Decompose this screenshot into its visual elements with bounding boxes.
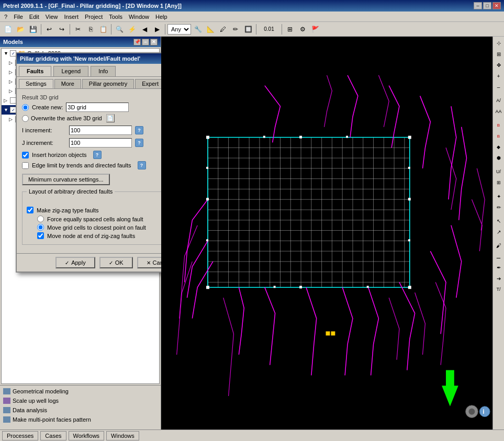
rt-b3[interactable]: ◆ [494, 142, 504, 152]
rt-paint[interactable]: 🖌 [494, 240, 504, 251]
tree-toggle[interactable]: ▷ [4, 98, 10, 103]
subtab-pillar-geometry[interactable]: Pillar geometry [82, 79, 134, 88]
overwrite-radio[interactable] [22, 115, 29, 122]
grid-name-input[interactable] [66, 103, 129, 112]
bottom-item-data-analysis[interactable]: Data analysis [1, 405, 160, 415]
menu-window[interactable]: Window [126, 13, 152, 21]
menu-edit[interactable]: Edit [26, 13, 42, 21]
rt-t2[interactable]: AA [494, 106, 504, 117]
rt-plus[interactable]: + [494, 71, 504, 81]
subtab-more[interactable]: More [54, 79, 81, 88]
toolbar-btn4[interactable]: ▶ [151, 24, 163, 35]
tab-workflows[interactable]: Workflows [69, 431, 105, 440]
tree-toggle[interactable]: ▷ [9, 88, 15, 94]
toolbar-copy[interactable]: ⎘ [85, 24, 96, 35]
menu-view[interactable]: View [42, 13, 61, 21]
rt-magic[interactable]: ✦ [494, 191, 504, 201]
rt-pencil[interactable]: ✏ [494, 202, 504, 212]
viewport[interactable]: i [161, 37, 492, 429]
i-increment-input[interactable] [69, 126, 132, 135]
toolbar-open[interactable]: 📂 [15, 24, 26, 35]
rt-b2[interactable]: B [494, 131, 504, 141]
tree-toggle[interactable]: ▷ [9, 117, 15, 122]
toolbar-save[interactable]: 💾 [27, 24, 39, 35]
min-curvature-button[interactable]: Minimum curvature settings... [22, 174, 110, 185]
rt-t1[interactable]: A/ [494, 95, 504, 106]
rt-pen[interactable]: ✒ [494, 262, 504, 273]
toolbar-mode1[interactable]: 🔧 [192, 24, 204, 35]
tab-faults[interactable]: Faults [19, 66, 51, 76]
toolbar-paste[interactable]: 📋 [97, 24, 109, 35]
maximize-button[interactable]: □ [483, 2, 491, 9]
panel-close-button[interactable]: ✕ [150, 39, 158, 46]
tab-legend[interactable]: Legend [53, 66, 88, 76]
toolbar-btn1[interactable]: 🔍 [114, 24, 125, 35]
create-new-radio[interactable] [22, 104, 29, 111]
toolbar-mode5[interactable]: 🔲 [242, 24, 254, 35]
apply-button[interactable]: ✓ Apply [55, 257, 95, 268]
rt-cursor[interactable]: ↖ [494, 216, 504, 226]
toolbar-flag[interactable]: 🚩 [309, 24, 321, 35]
tab-info[interactable]: Info [91, 66, 116, 76]
rt-arrow[interactable]: ➔ [494, 273, 504, 284]
toolbar-btn3[interactable]: ◀ [139, 24, 150, 35]
tab-processes[interactable]: Processes [2, 431, 38, 440]
zig-zag-checkbox[interactable] [27, 207, 33, 213]
subtab-settings[interactable]: Settings [19, 79, 53, 88]
panel-pin-button[interactable]: 📌 [133, 39, 141, 46]
toolbar-mode4[interactable]: ✏ [230, 24, 241, 35]
insert-horizon-checkbox[interactable] [22, 152, 29, 159]
menu-help-icon[interactable]: ? [1, 13, 10, 21]
horizon-help-button[interactable]: ? [93, 151, 102, 159]
move-closest-radio[interactable] [37, 224, 44, 231]
j-increment-input[interactable] [69, 138, 132, 148]
mode-combo[interactable]: Any [167, 24, 191, 35]
edge-limit-checkbox[interactable] [22, 162, 29, 169]
toolbar-redo[interactable]: ↪ [56, 24, 68, 35]
force-equally-radio[interactable] [37, 216, 44, 222]
toolbar-settings[interactable]: ⚙ [297, 24, 308, 35]
rt-select[interactable]: ⊹ [494, 38, 504, 48]
tab-windows[interactable]: Windows [106, 431, 139, 440]
rt-zoom[interactable]: ⊞ [494, 49, 504, 59]
move-node-checkbox[interactable] [37, 232, 44, 239]
toolbar-undo[interactable]: ↩ [43, 24, 55, 35]
bottom-item-geometrical[interactable]: Geometrical modeling [1, 387, 160, 396]
tree-toggle[interactable]: ▷ [9, 60, 15, 65]
toolbar-new[interactable]: 📄 [2, 24, 14, 35]
file-browse-button[interactable]: 📄 [106, 114, 115, 122]
rt-grid[interactable]: ⊞ [494, 177, 504, 188]
bottom-item-scale-up[interactable]: Scale up well logs [1, 396, 160, 405]
rt-u1[interactable]: U/ [494, 166, 504, 177]
rt-edit[interactable]: ⚊ [494, 251, 504, 262]
rt-minus[interactable]: – [494, 82, 504, 92]
j-help-button[interactable]: ? [135, 139, 143, 147]
menu-project[interactable]: Project [82, 13, 106, 21]
toolbar-mode2[interactable]: 📐 [205, 24, 216, 35]
toolbar-grid[interactable]: ⊞ [284, 24, 296, 35]
panel-minimize-button[interactable]: – [142, 39, 149, 46]
edge-help-button[interactable]: ? [138, 161, 146, 169]
ok-button[interactable]: ✓ OK [99, 257, 133, 268]
toolbar-num[interactable]: 0.01 [259, 24, 279, 35]
rt-b1[interactable]: B [494, 120, 504, 130]
tab-cases[interactable]: Cases [40, 431, 66, 440]
rt-cursor2[interactable]: ↗ [494, 227, 504, 237]
toolbar-btn2[interactable]: ⚡ [126, 24, 138, 35]
i-help-button[interactable]: ? [135, 126, 143, 134]
rt-b4[interactable]: ⬢ [494, 153, 504, 163]
bottom-item-facies[interactable]: Make multi-point facies pattern [1, 415, 160, 424]
tree-toggle[interactable]: ▼ [4, 51, 10, 56]
minimize-button[interactable]: – [474, 2, 482, 9]
menu-help[interactable]: Help [152, 13, 171, 21]
tree-toggle[interactable]: ▷ [9, 70, 15, 75]
rt-text[interactable]: T/ [494, 284, 504, 295]
toolbar-cut[interactable]: ✂ [72, 24, 84, 35]
menu-insert[interactable]: Insert [61, 13, 82, 21]
tree-toggle[interactable]: ▼ [4, 107, 10, 112]
toolbar-mode3[interactable]: 🖊 [217, 24, 229, 35]
tree-toggle[interactable]: ▷ [9, 79, 15, 84]
close-button[interactable]: ✕ [492, 2, 501, 9]
menu-file[interactable]: File [10, 13, 26, 21]
menu-tools[interactable]: Tools [106, 13, 126, 21]
